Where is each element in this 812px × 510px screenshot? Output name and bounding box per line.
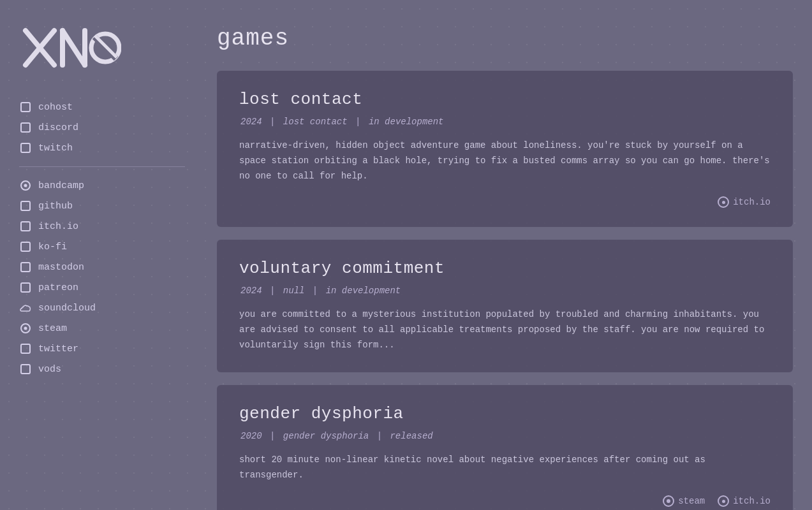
game-title-gender-dysphoria: gender dysphoria — [239, 404, 771, 423]
sidebar-item-mastodon[interactable]: mastodon — [19, 259, 185, 275]
itchio-icon — [19, 220, 32, 233]
sidebar: cohost discord twitch bandcamp — [0, 0, 204, 510]
sidebar-item-mastodon-label: mastodon — [38, 262, 84, 273]
game-year-voluntary-commitment: 2024 — [240, 286, 262, 296]
svg-line-3 — [63, 31, 85, 65]
games-list: lost contact 2024 | lost contact | in de… — [217, 71, 793, 510]
logo-svg — [19, 26, 121, 70]
sidebar-item-vods[interactable]: vods — [19, 361, 185, 377]
game-link-steam-gender-dysphoria[interactable]: steam — [663, 495, 705, 507]
sidebar-item-kofi-label: ko-fi — [38, 242, 67, 252]
game-year-lost-contact: 2024 — [240, 117, 262, 127]
page-title: games — [217, 26, 793, 52]
sidebar-item-twitter-label: twitter — [38, 344, 78, 354]
game-title-lost-contact: lost contact — [239, 90, 771, 109]
game-status-lost-contact: in development — [369, 117, 444, 127]
bandcamp-icon — [19, 179, 32, 192]
sidebar-item-cohost-label: cohost — [38, 102, 73, 113]
discord-icon — [19, 121, 32, 134]
sidebar-item-discord-label: discord — [38, 122, 78, 133]
game-description-lost-contact: narrative-driven, hidden object adventur… — [239, 138, 771, 184]
game-links-gender-dysphoria: steam itch.io — [239, 495, 771, 507]
game-status-gender-dysphoria: released — [390, 431, 432, 441]
sidebar-item-github-label: github — [38, 201, 73, 212]
game-link-itchio-lost-contact[interactable]: itch.io — [718, 196, 771, 208]
game-description-gender-dysphoria: short 20 minute non-linear kinetic novel… — [239, 453, 771, 483]
nav-group-social-top: cohost discord twitch — [19, 99, 185, 156]
sidebar-item-cohost[interactable]: cohost — [19, 99, 185, 115]
sidebar-item-steam-label: steam — [38, 323, 67, 334]
sidebar-item-itchio-label: itch.io — [38, 221, 78, 232]
twitter-icon — [19, 342, 32, 355]
game-links-lost-contact: itch.io — [239, 196, 771, 208]
game-series-lost-contact: lost contact — [283, 117, 348, 127]
main-content: games lost contact 2024 | lost contact |… — [204, 0, 812, 510]
sidebar-item-soundcloud[interactable]: soundcloud — [19, 300, 185, 316]
game-meta-gender-dysphoria: 2020 | gender dysphoria | released — [239, 431, 771, 441]
twitch-icon — [19, 142, 32, 154]
sidebar-item-discord[interactable]: discord — [19, 119, 185, 136]
sidebar-item-patreon-label: patreon — [38, 282, 78, 293]
game-link-itchio-gender-dysphoria[interactable]: itch.io — [718, 495, 771, 507]
game-card-voluntary-commitment: voluntary commitment 2024 | null | in de… — [217, 240, 793, 372]
sidebar-item-vods-label: vods — [38, 364, 61, 375]
game-card-lost-contact: lost contact 2024 | lost contact | in de… — [217, 71, 793, 227]
sidebar-item-twitter[interactable]: twitter — [19, 340, 185, 357]
sidebar-item-soundcloud-label: soundcloud — [38, 303, 96, 314]
game-year-gender-dysphoria: 2020 — [240, 431, 262, 441]
game-link-itchio-label: itch.io — [733, 496, 771, 506]
itchio-link-icon-2 — [718, 495, 729, 507]
game-link-steam-label: steam — [678, 496, 705, 506]
kofi-icon — [19, 240, 32, 253]
game-status-voluntary-commitment: in development — [326, 286, 401, 296]
game-series-gender-dysphoria: gender dysphoria — [283, 431, 369, 441]
sidebar-item-itchio[interactable]: itch.io — [19, 218, 185, 235]
game-description-voluntary-commitment: you are committed to a mysterious instit… — [239, 307, 771, 353]
vods-icon — [19, 363, 32, 375]
steam-icon — [19, 322, 32, 335]
itchio-link-icon — [718, 196, 729, 208]
game-meta-voluntary-commitment: 2024 | null | in development — [239, 286, 771, 296]
sidebar-item-twitch-label: twitch — [38, 143, 73, 154]
sidebar-item-steam[interactable]: steam — [19, 320, 185, 337]
logo[interactable] — [19, 26, 185, 73]
github-icon — [19, 200, 32, 212]
sidebar-item-kofi[interactable]: ko-fi — [19, 238, 185, 255]
steam-link-icon — [663, 495, 674, 507]
cohost-icon — [19, 101, 32, 113]
sidebar-item-github[interactable]: github — [19, 198, 185, 214]
mastodon-icon — [19, 261, 32, 273]
game-title-voluntary-commitment: voluntary commitment — [239, 259, 771, 278]
game-meta-lost-contact: 2024 | lost contact | in development — [239, 117, 771, 127]
sidebar-item-patreon[interactable]: patreon — [19, 279, 185, 296]
nav-group-social-bottom: bandcamp github itch.io ko-fi mastodon — [19, 177, 185, 377]
soundcloud-icon — [19, 302, 32, 314]
nav-divider — [19, 166, 185, 167]
sidebar-item-bandcamp-label: bandcamp — [38, 180, 84, 191]
patreon-icon — [19, 281, 32, 294]
sidebar-item-twitch[interactable]: twitch — [19, 140, 185, 156]
game-series-voluntary-commitment: null — [283, 286, 305, 296]
svg-point-8 — [667, 499, 670, 503]
game-card-gender-dysphoria: gender dysphoria 2020 | gender dysphoria… — [217, 385, 793, 510]
game-link-label: itch.io — [733, 197, 771, 207]
sidebar-item-bandcamp[interactable]: bandcamp — [19, 177, 185, 194]
